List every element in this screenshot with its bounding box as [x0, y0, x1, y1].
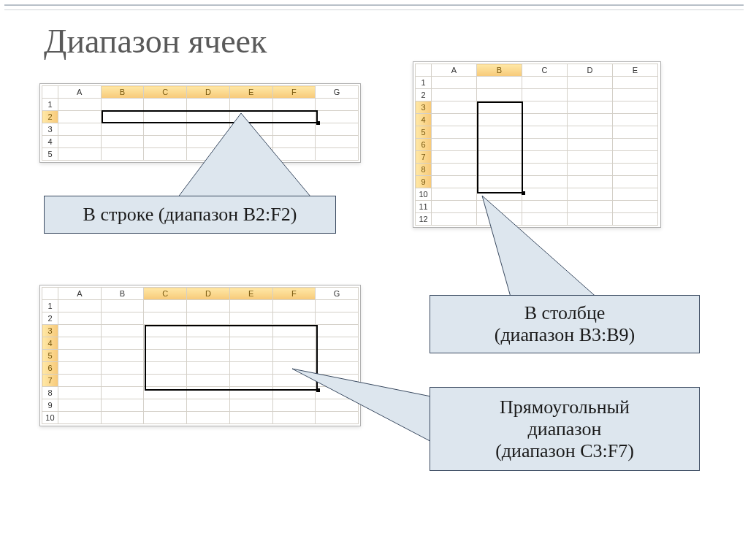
- callout-row: В строке (диапазон B2:F2): [44, 196, 336, 234]
- slide-top-border: [4, 4, 744, 10]
- callout-rect: Прямоугольный диапазон (диапазон C3:F7): [430, 387, 700, 471]
- svg-marker-2: [292, 369, 438, 445]
- callout-col-line1: В столбце: [524, 302, 606, 324]
- page-title: Диапазон ячеек: [44, 22, 267, 61]
- callout-row-text: В строке (диапазон B2:F2): [83, 204, 297, 226]
- callout-col: В столбце (диапазон B3:B9): [430, 295, 700, 353]
- callout-row-tail: [153, 113, 343, 208]
- svg-marker-1: [482, 196, 599, 299]
- callout-rect-line2: диапазон: [528, 418, 602, 440]
- callout-col-line2: (диапазон B3:B9): [495, 324, 636, 346]
- callout-rect-line3: (диапазон C3:F7): [495, 440, 634, 462]
- callout-rect-line1: Прямоугольный: [500, 396, 630, 418]
- svg-marker-0: [175, 113, 314, 201]
- callout-col-tail: [475, 196, 621, 302]
